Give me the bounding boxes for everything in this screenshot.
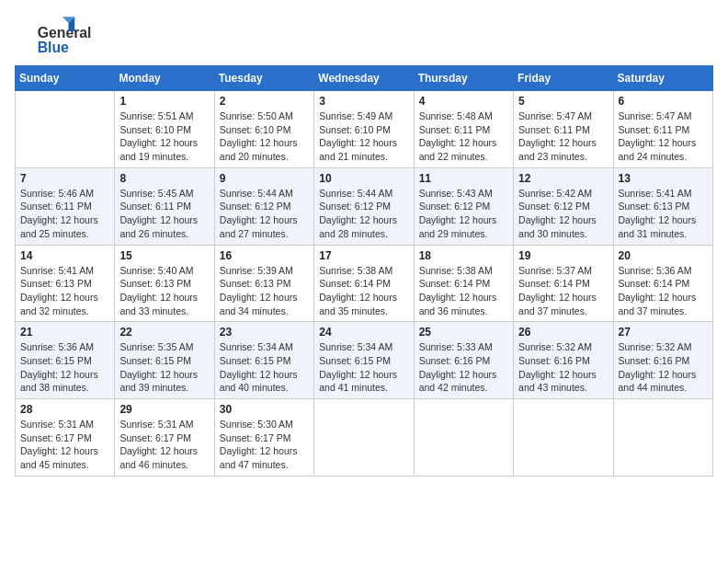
calendar-cell: 29Sunrise: 5:31 AM Sunset: 6:17 PM Dayli… [115, 399, 214, 477]
day-number: 19 [518, 249, 608, 262]
day-of-week-header: Saturday [613, 66, 712, 91]
day-number: 30 [220, 403, 309, 416]
day-info: Sunrise: 5:36 AM Sunset: 6:14 PM Dayligh… [619, 264, 708, 318]
day-number: 2 [220, 95, 309, 108]
day-info: Sunrise: 5:32 AM Sunset: 6:16 PM Dayligh… [518, 340, 608, 395]
calendar-cell: 27Sunrise: 5:32 AM Sunset: 6:16 PM Dayli… [613, 322, 712, 399]
day-of-week-header: Tuesday [214, 66, 313, 91]
day-info: Sunrise: 5:31 AM Sunset: 6:17 PM Dayligh… [119, 418, 209, 472]
day-number: 1 [119, 95, 209, 108]
calendar-cell: 30Sunrise: 5:30 AM Sunset: 6:17 PM Dayli… [214, 399, 313, 477]
calendar-cell: 4Sunrise: 5:48 AM Sunset: 6:11 PM Daylig… [414, 91, 513, 168]
day-number: 3 [319, 95, 408, 108]
calendar-cell: 12Sunrise: 5:42 AM Sunset: 6:12 PM Dayli… [514, 167, 613, 245]
day-info: Sunrise: 5:48 AM Sunset: 6:11 PM Dayligh… [419, 109, 508, 164]
day-info: Sunrise: 5:31 AM Sunset: 6:17 PM Dayligh… [20, 418, 109, 472]
day-number: 28 [20, 403, 109, 416]
day-info: Sunrise: 5:51 AM Sunset: 6:10 PM Dayligh… [119, 109, 209, 164]
day-info: Sunrise: 5:45 AM Sunset: 6:11 PM Dayligh… [119, 187, 209, 241]
day-info: Sunrise: 5:41 AM Sunset: 6:13 PM Dayligh… [619, 187, 708, 241]
day-of-week-header: Sunday [16, 66, 115, 91]
day-info: Sunrise: 5:44 AM Sunset: 6:12 PM Dayligh… [220, 187, 309, 241]
day-of-week-header: Thursday [414, 66, 513, 91]
day-of-week-header: Wednesday [314, 66, 414, 91]
days-of-week-row: SundayMondayTuesdayWednesdayThursdayFrid… [16, 66, 713, 91]
day-info: Sunrise: 5:47 AM Sunset: 6:11 PM Dayligh… [619, 109, 708, 164]
calendar-cell: 17Sunrise: 5:38 AM Sunset: 6:14 PM Dayli… [314, 245, 414, 322]
calendar-cell: 18Sunrise: 5:38 AM Sunset: 6:14 PM Dayli… [414, 245, 513, 322]
day-number: 22 [119, 326, 209, 339]
day-info: Sunrise: 5:35 AM Sunset: 6:15 PM Dayligh… [119, 340, 209, 395]
calendar-cell: 20Sunrise: 5:36 AM Sunset: 6:14 PM Dayli… [613, 245, 712, 322]
day-number: 14 [20, 249, 109, 262]
calendar-cell: 3Sunrise: 5:49 AM Sunset: 6:10 PM Daylig… [314, 91, 414, 168]
day-info: Sunrise: 5:33 AM Sunset: 6:16 PM Dayligh… [419, 340, 508, 395]
calendar-cell: 8Sunrise: 5:45 AM Sunset: 6:11 PM Daylig… [115, 167, 214, 245]
day-number: 5 [518, 95, 608, 108]
calendar-cell [613, 399, 712, 477]
day-info: Sunrise: 5:37 AM Sunset: 6:14 PM Dayligh… [518, 264, 608, 318]
calendar-cell: 1Sunrise: 5:51 AM Sunset: 6:10 PM Daylig… [115, 91, 214, 168]
calendar-cell: 28Sunrise: 5:31 AM Sunset: 6:17 PM Dayli… [16, 399, 115, 477]
calendar-cell: 15Sunrise: 5:40 AM Sunset: 6:13 PM Dayli… [115, 245, 214, 322]
day-number: 9 [220, 172, 309, 185]
day-number: 12 [518, 172, 608, 185]
day-of-week-header: Friday [514, 66, 613, 91]
day-number: 8 [119, 172, 209, 185]
day-info: Sunrise: 5:46 AM Sunset: 6:11 PM Dayligh… [20, 187, 109, 241]
calendar-cell [314, 399, 414, 477]
calendar-cell: 22Sunrise: 5:35 AM Sunset: 6:15 PM Dayli… [115, 322, 214, 399]
calendar-cell: 25Sunrise: 5:33 AM Sunset: 6:16 PM Dayli… [414, 322, 513, 399]
day-number: 7 [20, 172, 109, 185]
day-number: 27 [619, 326, 708, 339]
calendar-cell: 19Sunrise: 5:37 AM Sunset: 6:14 PM Dayli… [514, 245, 613, 322]
calendar-week-row: 7Sunrise: 5:46 AM Sunset: 6:11 PM Daylig… [16, 167, 713, 245]
calendar-cell: 24Sunrise: 5:34 AM Sunset: 6:15 PM Dayli… [314, 322, 414, 399]
day-info: Sunrise: 5:43 AM Sunset: 6:12 PM Dayligh… [419, 187, 508, 241]
svg-text:General: General [38, 25, 92, 40]
day-number: 21 [20, 326, 109, 339]
day-number: 4 [419, 95, 508, 108]
calendar-body: 1Sunrise: 5:51 AM Sunset: 6:10 PM Daylig… [16, 91, 713, 477]
day-number: 23 [220, 326, 309, 339]
day-info: Sunrise: 5:36 AM Sunset: 6:15 PM Dayligh… [20, 340, 109, 395]
day-number: 24 [319, 326, 408, 339]
logo-icon: General Blue [15, 15, 97, 56]
calendar-header: SundayMondayTuesdayWednesdayThursdayFrid… [16, 66, 713, 91]
day-number: 10 [319, 172, 408, 185]
day-info: Sunrise: 5:40 AM Sunset: 6:13 PM Dayligh… [119, 264, 209, 318]
calendar-cell: 14Sunrise: 5:41 AM Sunset: 6:13 PM Dayli… [16, 245, 115, 322]
day-info: Sunrise: 5:30 AM Sunset: 6:17 PM Dayligh… [220, 418, 309, 472]
logo: General Blue [15, 15, 97, 56]
day-number: 16 [220, 249, 309, 262]
day-info: Sunrise: 5:50 AM Sunset: 6:10 PM Dayligh… [220, 109, 309, 164]
calendar-table: SundayMondayTuesdayWednesdayThursdayFrid… [15, 65, 713, 477]
calendar-cell: 21Sunrise: 5:36 AM Sunset: 6:15 PM Dayli… [16, 322, 115, 399]
day-number: 18 [419, 249, 508, 262]
day-of-week-header: Monday [115, 66, 214, 91]
calendar-cell [414, 399, 513, 477]
day-info: Sunrise: 5:34 AM Sunset: 6:15 PM Dayligh… [220, 340, 309, 395]
calendar-cell: 11Sunrise: 5:43 AM Sunset: 6:12 PM Dayli… [414, 167, 513, 245]
calendar-cell: 13Sunrise: 5:41 AM Sunset: 6:13 PM Dayli… [613, 167, 712, 245]
day-number: 11 [419, 172, 508, 185]
day-number: 26 [518, 326, 608, 339]
day-info: Sunrise: 5:44 AM Sunset: 6:12 PM Dayligh… [319, 187, 408, 241]
calendar-week-row: 28Sunrise: 5:31 AM Sunset: 6:17 PM Dayli… [16, 399, 713, 477]
calendar-cell [514, 399, 613, 477]
day-info: Sunrise: 5:47 AM Sunset: 6:11 PM Dayligh… [518, 109, 608, 164]
calendar-week-row: 1Sunrise: 5:51 AM Sunset: 6:10 PM Daylig… [16, 91, 713, 168]
day-info: Sunrise: 5:38 AM Sunset: 6:14 PM Dayligh… [319, 264, 408, 318]
calendar-week-row: 14Sunrise: 5:41 AM Sunset: 6:13 PM Dayli… [16, 245, 713, 322]
svg-text:Blue: Blue [38, 40, 69, 55]
calendar-cell: 16Sunrise: 5:39 AM Sunset: 6:13 PM Dayli… [214, 245, 313, 322]
calendar-week-row: 21Sunrise: 5:36 AM Sunset: 6:15 PM Dayli… [16, 322, 713, 399]
calendar-cell: 7Sunrise: 5:46 AM Sunset: 6:11 PM Daylig… [16, 167, 115, 245]
day-number: 13 [619, 172, 708, 185]
day-info: Sunrise: 5:39 AM Sunset: 6:13 PM Dayligh… [220, 264, 309, 318]
calendar-cell [16, 91, 115, 168]
day-number: 29 [119, 403, 209, 416]
day-number: 25 [419, 326, 508, 339]
calendar-cell: 10Sunrise: 5:44 AM Sunset: 6:12 PM Dayli… [314, 167, 414, 245]
day-info: Sunrise: 5:38 AM Sunset: 6:14 PM Dayligh… [419, 264, 508, 318]
